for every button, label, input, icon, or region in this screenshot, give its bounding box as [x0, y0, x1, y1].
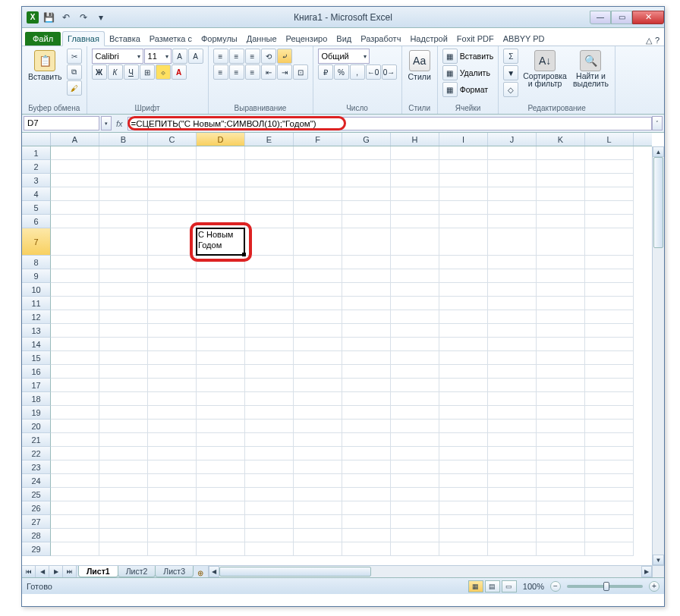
- cell-L23[interactable]: [585, 460, 634, 474]
- cell-C17[interactable]: [148, 379, 197, 392]
- row-header-28[interactable]: 28: [22, 529, 51, 542]
- cell-K10[interactable]: [537, 283, 585, 297]
- cell-D12[interactable]: [197, 310, 245, 324]
- tab-foxit[interactable]: Foxit PDF: [452, 32, 499, 46]
- cell-J3[interactable]: [488, 174, 537, 187]
- tab-review[interactable]: Рецензиро: [282, 32, 332, 46]
- cell-G21[interactable]: [342, 433, 391, 447]
- row-header-25[interactable]: 25: [22, 488, 51, 501]
- cell-K16[interactable]: [537, 365, 585, 379]
- cell-E5[interactable]: [245, 201, 294, 215]
- cell-H11[interactable]: [391, 297, 439, 310]
- col-header-e[interactable]: E: [245, 133, 294, 146]
- cell-B9[interactable]: [99, 269, 148, 283]
- col-header-k[interactable]: K: [537, 133, 585, 146]
- cell-F11[interactable]: [294, 297, 342, 310]
- cell-J11[interactable]: [488, 297, 537, 310]
- cell-E23[interactable]: [245, 460, 294, 474]
- cell-G9[interactable]: [342, 269, 391, 283]
- cell-D3[interactable]: [197, 174, 245, 187]
- cell-E25[interactable]: [245, 488, 294, 501]
- cell-E2[interactable]: [245, 160, 294, 174]
- cell-K24[interactable]: [537, 474, 585, 488]
- cell-H12[interactable]: [391, 310, 439, 324]
- cell-F22[interactable]: [294, 447, 342, 460]
- cell-J26[interactable]: [488, 501, 537, 515]
- cell-B23[interactable]: [99, 460, 148, 474]
- format-cells-button[interactable]: ▦Формат: [442, 82, 494, 97]
- sort-filter-button[interactable]: A↓ Сортировка и фильтр: [521, 49, 568, 89]
- cell-L20[interactable]: [585, 420, 634, 433]
- cell-F13[interactable]: [294, 324, 342, 338]
- shrink-font-button[interactable]: A: [188, 49, 203, 64]
- cell-B2[interactable]: [99, 160, 148, 174]
- cell-E11[interactable]: [245, 297, 294, 310]
- cell-F9[interactable]: [294, 269, 342, 283]
- cell-I1[interactable]: [439, 146, 488, 160]
- row-header-4[interactable]: 4: [22, 187, 51, 201]
- cell-F15[interactable]: [294, 351, 342, 365]
- cell-C10[interactable]: [148, 283, 197, 297]
- cell-J23[interactable]: [488, 460, 537, 474]
- cell-A8[interactable]: [51, 256, 99, 269]
- align-middle-button[interactable]: ≡: [229, 49, 244, 64]
- cell-F20[interactable]: [294, 420, 342, 433]
- cell-E12[interactable]: [245, 310, 294, 324]
- vscroll-thumb[interactable]: [653, 157, 663, 248]
- cell-B20[interactable]: [99, 420, 148, 433]
- cell-K1[interactable]: [537, 146, 585, 160]
- row-header-21[interactable]: 21: [22, 433, 51, 447]
- cell-D21[interactable]: [197, 433, 245, 447]
- cell-H9[interactable]: [391, 269, 439, 283]
- cell-I4[interactable]: [439, 187, 488, 201]
- cell-F10[interactable]: [294, 283, 342, 297]
- cell-D29[interactable]: [197, 542, 245, 556]
- col-header-c[interactable]: C: [148, 133, 197, 146]
- col-header-a[interactable]: A: [51, 133, 99, 146]
- cell-D8[interactable]: [197, 256, 245, 269]
- align-top-button[interactable]: ≡: [213, 49, 228, 64]
- cell-D17[interactable]: [197, 379, 245, 392]
- cell-J15[interactable]: [488, 351, 537, 365]
- cell-B4[interactable]: [99, 187, 148, 201]
- cell-C28[interactable]: [148, 529, 197, 542]
- cell-K25[interactable]: [537, 488, 585, 501]
- tab-addins[interactable]: Надстрой: [405, 32, 452, 46]
- cell-I5[interactable]: [439, 201, 488, 215]
- cell-I7[interactable]: [439, 228, 488, 256]
- col-header-b[interactable]: B: [99, 133, 148, 146]
- cell-I24[interactable]: [439, 474, 488, 488]
- cell-J19[interactable]: [488, 406, 537, 420]
- cell-D28[interactable]: [197, 529, 245, 542]
- cell-E13[interactable]: [245, 324, 294, 338]
- cell-A12[interactable]: [51, 310, 99, 324]
- maximize-button[interactable]: ▭: [611, 11, 632, 24]
- delete-cells-button[interactable]: ▦Удалить: [442, 65, 494, 80]
- cell-F1[interactable]: [294, 146, 342, 160]
- cell-C24[interactable]: [148, 474, 197, 488]
- cell-H13[interactable]: [391, 324, 439, 338]
- cell-G5[interactable]: [342, 201, 391, 215]
- cell-D25[interactable]: [197, 488, 245, 501]
- cell-E15[interactable]: [245, 351, 294, 365]
- cell-H20[interactable]: [391, 420, 439, 433]
- cell-H15[interactable]: [391, 351, 439, 365]
- cell-K21[interactable]: [537, 433, 585, 447]
- cell-D5[interactable]: [197, 201, 245, 215]
- cell-A27[interactable]: [51, 515, 99, 529]
- cell-E8[interactable]: [245, 256, 294, 269]
- cell-F19[interactable]: [294, 406, 342, 420]
- cell-L19[interactable]: [585, 406, 634, 420]
- align-right-button[interactable]: ≡: [245, 64, 260, 80]
- cell-F25[interactable]: [294, 488, 342, 501]
- name-box-dropdown[interactable]: ▾: [101, 116, 112, 130]
- cell-K2[interactable]: [537, 160, 585, 174]
- cell-I10[interactable]: [439, 283, 488, 297]
- cell-F14[interactable]: [294, 338, 342, 351]
- cell-J14[interactable]: [488, 338, 537, 351]
- insert-cells-button[interactable]: ▦Вставить: [442, 49, 494, 64]
- cell-D26[interactable]: [197, 501, 245, 515]
- cell-K23[interactable]: [537, 460, 585, 474]
- orientation-button[interactable]: ⟲: [261, 49, 276, 64]
- cell-I27[interactable]: [439, 515, 488, 529]
